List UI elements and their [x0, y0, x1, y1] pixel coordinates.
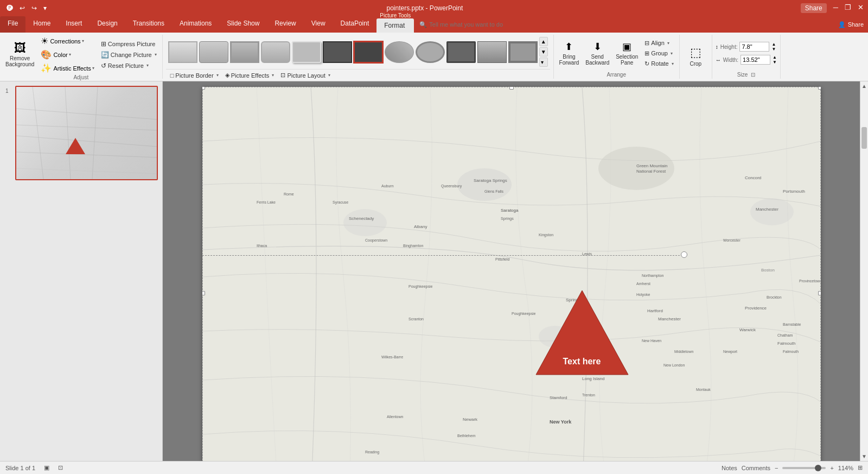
notes-button[interactable]: Notes: [722, 465, 737, 471]
style-expand-btn[interactable]: ▾: [539, 58, 548, 67]
tab-transitions[interactable]: Transitions: [125, 16, 172, 33]
zoom-level[interactable]: 114%: [838, 465, 853, 471]
view-fit-icon[interactable]: ⊡: [58, 464, 63, 471]
reset-label: Reset Picture: [108, 62, 144, 69]
slide-thumb-inner: [16, 87, 157, 179]
close-btn[interactable]: ✕: [858, 3, 864, 13]
artistic-effects-icon: ✨: [41, 63, 52, 73]
tab-review[interactable]: Review: [267, 16, 303, 33]
tab-home[interactable]: Home: [25, 16, 58, 33]
bring-forward-button[interactable]: ⬆ BringForward: [557, 40, 582, 67]
zoom-thumb[interactable]: [815, 465, 821, 471]
picture-border-icon: □: [170, 72, 174, 79]
slide-thumbnail[interactable]: [15, 86, 158, 180]
search-input[interactable]: [429, 21, 548, 28]
rotate-button[interactable]: ↻ Rotate ▾: [642, 59, 675, 68]
zoom-out-btn[interactable]: −: [775, 465, 778, 471]
size-label: Size ⊡: [737, 72, 755, 79]
tab-view[interactable]: View: [304, 16, 333, 33]
tab-format[interactable]: Format: [376, 18, 414, 33]
style-thumbnails-row: ▲ ▼ ▾: [166, 35, 550, 69]
tab-file[interactable]: File: [0, 16, 25, 33]
color-button[interactable]: 🎨 Color ▾: [39, 48, 96, 61]
triangle-shape-container[interactable]: Text here: [533, 288, 631, 377]
style-thumbs: [168, 41, 538, 63]
scroll-track[interactable]: [860, 91, 868, 452]
height-spinner[interactable]: ▲▼: [771, 42, 776, 52]
style-thumb-3[interactable]: [230, 41, 259, 63]
status-left: Slide 1 of 1 ▣ ⊡: [5, 464, 63, 471]
reset-picture-button[interactable]: ↺ Reset Picture ▾: [99, 61, 159, 71]
zoom-slider[interactable]: [782, 467, 826, 469]
tab-insert[interactable]: Insert: [58, 16, 90, 33]
reset-dropdown-icon: ▾: [146, 63, 149, 68]
group-button[interactable]: ⊞ Group ▾: [642, 49, 675, 58]
slide-info: Slide 1 of 1: [5, 465, 35, 471]
style-thumb-10[interactable]: [446, 41, 476, 63]
size-expand-icon[interactable]: ⊡: [751, 72, 755, 78]
send-backward-button[interactable]: ⬇ SendBackward: [583, 40, 611, 67]
share-button[interactable]: Share: [801, 3, 827, 13]
style-thumb-1[interactable]: [168, 41, 197, 63]
scroll-down-btn[interactable]: ▼: [860, 452, 868, 461]
view-normal-icon[interactable]: ▣: [44, 464, 49, 471]
triangle-text[interactable]: Text here: [533, 357, 631, 366]
align-label: Align: [651, 40, 664, 46]
redo-btn[interactable]: ↪: [29, 3, 39, 13]
picture-border-button[interactable]: □ Picture Border ▾: [168, 71, 221, 80]
scroll-up-btn[interactable]: ▲: [860, 81, 868, 91]
undo-btn[interactable]: ↩: [17, 3, 27, 13]
corrections-button[interactable]: ☀ Corrections ▾: [39, 35, 96, 47]
style-thumb-11[interactable]: [477, 41, 507, 63]
style-thumb-7[interactable]: [354, 41, 383, 63]
fit-slide-btn[interactable]: ⊞: [858, 464, 863, 471]
selection-pane-button[interactable]: ▣ SelectionPane: [614, 40, 640, 67]
restore-btn[interactable]: ❐: [845, 3, 851, 13]
width-spinner[interactable]: ▲▼: [773, 55, 777, 65]
zoom-in-btn[interactable]: +: [830, 465, 833, 471]
crop-button[interactable]: ⬚ Crop: [686, 45, 705, 68]
picture-effects-button[interactable]: ◈ Picture Effects ▾: [223, 71, 277, 80]
style-thumb-9[interactable]: [416, 41, 445, 63]
tab-datapoint[interactable]: DataPoint: [333, 16, 377, 33]
customize-btn[interactable]: ▾: [41, 3, 49, 13]
style-thumb-6[interactable]: [323, 41, 352, 63]
change-picture-button[interactable]: 🔄 Change Picture ▾: [99, 50, 159, 60]
compress-picture-button[interactable]: ⊞ Compress Picture: [99, 39, 159, 49]
remove-background-button[interactable]: 🖼 RemoveBackground: [3, 41, 36, 68]
align-dropdown-icon: ▾: [667, 41, 669, 46]
style-thumb-5[interactable]: [292, 41, 321, 63]
svg-text:Newark: Newark: [463, 417, 478, 422]
style-nav-btns: ▲ ▼ ▾: [539, 37, 548, 67]
align-button[interactable]: ⊟ Align ▾: [642, 39, 675, 48]
comments-button[interactable]: Comments: [742, 465, 770, 471]
svg-text:Hartford: Hartford: [647, 308, 663, 313]
tab-slideshow[interactable]: Slide Show: [219, 16, 267, 33]
group-label: Group: [651, 50, 668, 56]
rotate-label: Rotate: [651, 60, 668, 67]
style-thumb-2[interactable]: [199, 41, 228, 63]
style-thumb-4[interactable]: [261, 41, 290, 63]
svg-text:Syracuse: Syracuse: [333, 200, 348, 205]
selection-pane-icon: ▣: [622, 41, 631, 53]
quick-access-toolbar: 🅟 ↩ ↪ ▾: [4, 3, 49, 13]
style-thumb-8[interactable]: [385, 41, 414, 63]
file-name: pointers.pptx - PowerPoint: [387, 4, 463, 12]
style-thumb-12[interactable]: [508, 41, 538, 63]
minimize-btn[interactable]: ─: [833, 3, 838, 13]
share-label[interactable]: Share: [848, 21, 864, 28]
svg-rect-8: [202, 87, 821, 461]
style-scroll-up-btn[interactable]: ▲: [539, 37, 548, 46]
height-input[interactable]: [739, 42, 769, 52]
scroll-thumb[interactable]: [861, 127, 867, 149]
style-scroll-down-btn[interactable]: ▼: [539, 47, 548, 56]
svg-text:Cooperstown: Cooperstown: [365, 238, 387, 243]
width-input[interactable]: [741, 55, 770, 65]
svg-line-3: [16, 152, 157, 157]
artistic-effects-button[interactable]: ✨ Artistic Effects ▾: [39, 62, 96, 74]
svg-text:Ithaca: Ithaca: [257, 244, 267, 248]
picture-layout-button[interactable]: ⊡ Picture Layout ▾: [278, 71, 332, 80]
tab-animations[interactable]: Animations: [172, 16, 219, 33]
mini-triangle: [66, 138, 85, 154]
tab-design[interactable]: Design: [90, 16, 125, 33]
